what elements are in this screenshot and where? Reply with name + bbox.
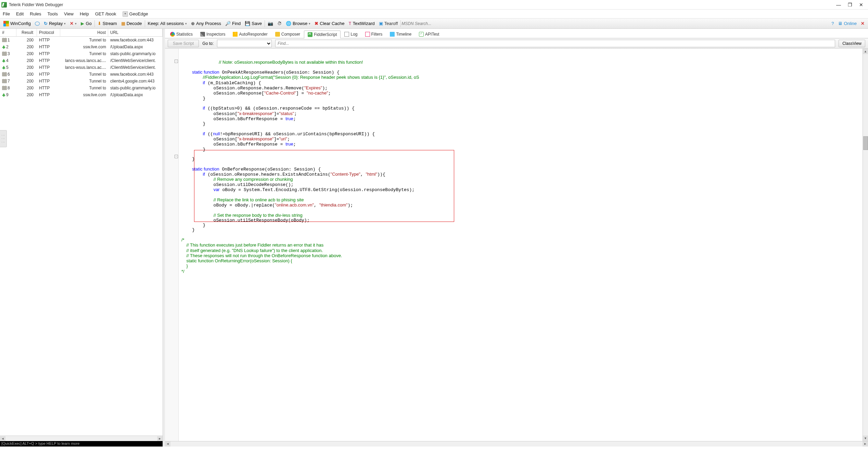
tab-autoresponder[interactable]: AutoResponder <box>229 30 271 38</box>
scroll-right-icon[interactable]: ► <box>157 436 163 441</box>
menu-tools[interactable]: Tools <box>48 11 58 16</box>
scroll-track[interactable] <box>863 54 868 436</box>
tab-apitest[interactable]: APITest <box>415 30 443 38</box>
col-url[interactable]: URL <box>108 29 163 36</box>
tab-filters[interactable]: Filters <box>361 30 386 38</box>
fold-icon[interactable]: − <box>175 155 178 158</box>
screenshot-button[interactable]: 📷 <box>266 21 275 26</box>
timeline-icon <box>390 32 395 37</box>
fold-icon[interactable]: − <box>175 60 178 63</box>
tab-inspectors[interactable]: Inspectors <box>196 30 229 38</box>
find-button[interactable]: 🔎Find <box>223 21 243 26</box>
scroll-up-icon[interactable]: ▲ <box>863 49 868 54</box>
save-button[interactable]: 💾Save <box>243 21 264 26</box>
msdn-search-input[interactable] <box>401 21 439 26</box>
table-row[interactable]: 3200HTTPTunnel tostats-public.grammarly.… <box>0 50 163 57</box>
clearcache-button[interactable]: ✖Clear Cache <box>312 21 346 26</box>
menu-view[interactable]: View <box>64 11 74 16</box>
tab-log[interactable]: Log <box>341 30 361 38</box>
separator <box>94 20 95 27</box>
minimize-icon[interactable]: — <box>836 2 841 8</box>
scroll-left-icon[interactable]: ◄ <box>165 441 170 447</box>
sessions-table: # Result Protocol Host URL 1200HTTPTunne… <box>0 29 163 436</box>
table-row[interactable]: 1200HTTPTunnel towww.facebook.com:443 <box>0 37 163 43</box>
upload-icon <box>2 66 5 68</box>
editor-hscroll[interactable]: ◄► <box>165 441 868 447</box>
code-editor[interactable]: // Note: oSession.responseBodyBytes is n… <box>179 49 863 441</box>
table-row[interactable]: 8200HTTPTunnel tostats-public.grammarly.… <box>0 85 163 91</box>
stream-button[interactable]: ⬇Stream <box>95 21 119 26</box>
sessions-hscroll[interactable]: ◄► <box>0 436 163 441</box>
go-button[interactable]: ▶Go <box>79 21 93 26</box>
online-button[interactable]: 🖥Online <box>836 21 859 26</box>
textwiz-label: TextWizard <box>353 21 375 26</box>
menu-help[interactable]: Help <box>80 11 89 16</box>
table-row[interactable]: 4200HTTPlancs-wsus.lancs.ac..../ClientWe… <box>0 57 163 64</box>
textwizard-button[interactable]: TTextWizard <box>347 21 377 26</box>
table-row[interactable]: 9200HTTPssw.live.com/UploadData.aspx <box>0 91 163 98</box>
editor-vscroll[interactable]: ▲▼ <box>863 49 868 441</box>
tab-tl-label: Timeline <box>396 32 411 37</box>
sessions-body: 1200HTTPTunnel towww.facebook.com:443220… <box>0 37 163 98</box>
menu-getbook[interactable]: GET /book <box>95 11 116 16</box>
find-input[interactable] <box>275 40 835 47</box>
drag-tab[interactable]: ⋮⋮⋮ <box>0 130 7 147</box>
tab-statistics[interactable]: Statistics <box>166 30 196 38</box>
col-number[interactable]: # <box>0 29 16 36</box>
replay-button[interactable]: ↻Replay <box>42 21 68 26</box>
browse-button[interactable]: 🌐Browse <box>284 21 312 26</box>
timer-button[interactable]: ⏱ <box>275 21 284 26</box>
classview-button[interactable]: ClassView <box>839 40 865 47</box>
comment-button[interactable] <box>33 22 42 26</box>
anyprocess-button[interactable]: ⊕Any Process <box>189 21 223 26</box>
upload-icon <box>2 45 5 48</box>
close-icon[interactable]: ✕ <box>859 2 863 8</box>
table-row[interactable]: 6200HTTPTunnel towww.facebook.com:443 <box>0 71 163 78</box>
scroll-track[interactable] <box>170 441 863 447</box>
decode-label: Decode <box>127 21 142 26</box>
scroll-left-icon[interactable]: ◄ <box>0 436 5 441</box>
quickexec-bar[interactable]: [QuickExec] ALT+Q > type HELP to learn m… <box>0 441 163 447</box>
col-result[interactable]: Result <box>16 29 37 36</box>
script-toolbar: Save Script Go to: ClassView <box>165 38 868 49</box>
tearoff-label: Tearoff <box>384 21 398 26</box>
menu-file[interactable]: File <box>3 11 10 16</box>
scroll-thumb[interactable] <box>863 136 868 150</box>
app-logo-icon <box>1 2 7 8</box>
tab-fiddlerscript[interactable]: FiddlerScript <box>304 30 341 38</box>
keep-dropdown[interactable]: Keep: All sessions <box>146 21 189 26</box>
lock-icon <box>2 52 7 56</box>
tab-timeline[interactable]: Timeline <box>386 30 415 38</box>
menu-edit[interactable]: Edit <box>16 11 24 16</box>
clear-icon: ✖ <box>315 21 318 26</box>
ie-icon: 🌐 <box>286 21 291 26</box>
maximize-icon[interactable]: ❐ <box>848 2 852 8</box>
decode-button[interactable]: ▦Decode <box>119 21 144 26</box>
scroll-right-icon[interactable]: ► <box>863 441 868 447</box>
table-row[interactable]: 2200HTTPssw.live.com/UploadData.aspx <box>0 43 163 50</box>
wizard-icon: T <box>349 21 352 26</box>
col-host[interactable]: Host <box>60 29 108 36</box>
tab-api-label: APITest <box>425 32 439 37</box>
save-label: Save <box>252 21 262 26</box>
tab-composer[interactable]: Composer <box>271 30 304 38</box>
save-script-button[interactable]: Save Script <box>168 40 199 47</box>
window-title: Telerik Fiddler Web Debugger <box>9 2 836 7</box>
lock-icon <box>2 86 7 90</box>
col-protocol[interactable]: Protocol <box>37 29 60 36</box>
menu-rules[interactable]: Rules <box>30 11 41 16</box>
winconfig-button[interactable]: WinConfig <box>1 21 33 26</box>
menu-geoedge[interactable]: GeoEdge <box>123 11 148 17</box>
lock-icon <box>2 79 7 83</box>
stream-icon: ⬇ <box>98 21 101 26</box>
decode-icon: ▦ <box>121 21 125 26</box>
table-row[interactable]: 7200HTTPTunnel toclients4.google.com:443 <box>0 78 163 85</box>
remove-button[interactable]: ✕ <box>68 21 79 26</box>
tearoff-button[interactable]: ▣Tearoff <box>377 21 400 26</box>
table-row[interactable]: 5200HTTPlancs-wsus.lancs.ac..../ClientWe… <box>0 64 163 71</box>
goto-dropdown[interactable] <box>217 40 272 47</box>
stats-icon <box>170 32 175 37</box>
close-toolbar-button[interactable]: ✕ <box>859 21 867 26</box>
help-button[interactable]: ? <box>829 21 836 26</box>
scroll-down-icon[interactable]: ▼ <box>863 436 868 441</box>
